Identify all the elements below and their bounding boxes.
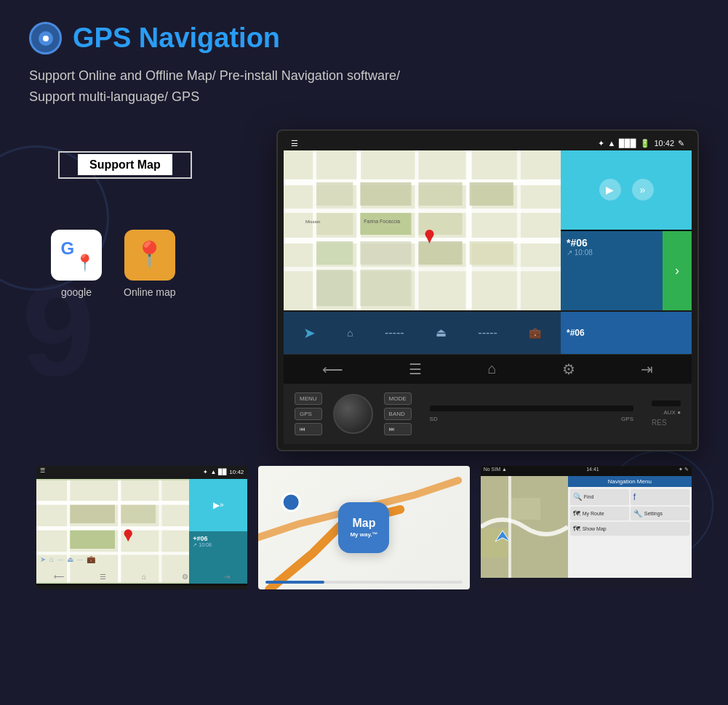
thumbnail-3[interactable]: No SIM ▲ 14:41 ✦ ✎ <box>481 466 692 589</box>
thumb3-find-label: Find <box>584 494 594 499</box>
home-icon[interactable]: ⌂ <box>347 327 353 339</box>
thumb3-showmap-item[interactable]: 🗺 Show Map <box>570 522 689 536</box>
forward-button[interactable]: » <box>632 179 654 201</box>
svg-rect-11 <box>360 182 411 205</box>
thumb1-menu-nav-icon: ☰ <box>100 573 106 581</box>
status-battery-icon: 🔋 <box>640 139 650 148</box>
svg-rect-12 <box>418 182 462 205</box>
map-app-icon[interactable]: Map My way.™ <box>338 502 389 553</box>
online-map-pin-icon: 📍 <box>133 240 166 270</box>
google-map-pin: 📍 <box>75 254 95 273</box>
gps-hw-button[interactable]: GPS <box>295 408 322 420</box>
thumb3-status-bar: No SIM ▲ 14:41 ✦ ✎ <box>481 466 692 476</box>
thumbnail-1[interactable]: ☰ ✦ ▲ ▉▉ 10:42 <box>36 466 247 589</box>
thumb1-dialer-time: ↗ 10:08 <box>193 542 244 548</box>
band-hw-button[interactable]: BAND <box>384 408 412 420</box>
next-hw-button[interactable]: ⏭ <box>384 423 412 435</box>
status-edit-icon: ✎ <box>678 139 684 148</box>
prev-hw-button[interactable]: ⏮ <box>295 423 322 435</box>
online-map-label: Online map <box>124 286 176 298</box>
music-icon[interactable]: ⏏ <box>436 326 447 339</box>
svg-rect-14 <box>316 213 353 235</box>
thumb1-wifi-icon: ▲ <box>210 469 216 475</box>
thumb3-map-view <box>481 476 568 578</box>
gps-icon <box>29 22 62 55</box>
map-svg: Farina Focaccia Mission <box>284 150 561 310</box>
status-code: *#06 <box>567 328 585 338</box>
thumb1-dashes2: --- <box>77 556 83 563</box>
page-content: GPS Navigation Support Online and Offlin… <box>0 0 728 611</box>
thumb1-dashes: --- <box>57 556 63 563</box>
dialer-time: ↗ 10:08 <box>567 249 657 257</box>
thumb1-dialer-code: +#06 <box>193 535 244 542</box>
eject-slot <box>652 400 681 406</box>
play-button[interactable]: ▶ <box>599 179 621 201</box>
device-hardware: MENU GPS ⏮ MODE BAND ⏭ SD GPS <box>284 384 692 444</box>
thumbnail-2[interactable]: Map My way.™ <box>258 466 469 589</box>
thumb3-menu-grid: 🔍 Find f 🗺 My Route 🔧 <box>568 487 692 538</box>
back-nav-icon[interactable]: ⟵ <box>322 360 343 378</box>
google-maps-label: google <box>61 286 92 298</box>
thumb1-forward-icon: » <box>220 501 224 509</box>
bag-icon[interactable]: 💼 <box>529 327 541 339</box>
svg-rect-34 <box>70 504 115 523</box>
thumb1-menu-icon: ☰ <box>40 467 45 478</box>
svg-rect-8 <box>466 150 472 310</box>
home-nav-icon[interactable]: ⌂ <box>487 360 496 378</box>
slot-labels: SD GPS <box>430 416 633 422</box>
google-maps-item[interactable]: G 📍 google <box>51 230 102 298</box>
exit-nav-icon[interactable]: ⇥ <box>641 360 653 378</box>
settings-nav-icon[interactable]: ⚙ <box>562 360 575 378</box>
thumb1-play-tile: ▶ » <box>189 479 247 531</box>
svg-text:Farina Focaccia: Farina Focaccia <box>364 219 400 224</box>
thumb1-bag-icon: 💼 <box>87 555 95 563</box>
card-slot-area: SD GPS <box>430 406 633 422</box>
thumb3-map-svg <box>481 476 568 578</box>
svg-rect-21 <box>316 270 353 306</box>
dialer-tile[interactable]: *#06 ↗ 10:08 › <box>561 231 692 310</box>
dash2-icon: ----- <box>478 326 497 339</box>
navigate-arrow-icon[interactable]: ➤ <box>303 324 316 342</box>
svg-rect-33 <box>159 480 161 582</box>
thumb3-map-icon: 🗺 <box>573 525 580 533</box>
online-map-item[interactable]: 📍 Online map <box>124 230 176 298</box>
status-tile: *#06 <box>561 312 692 354</box>
thumb1-exit-icon: ⇥ <box>224 573 230 581</box>
card-slot <box>430 406 633 411</box>
status-time: 10:42 <box>654 139 674 148</box>
gps-icon-inner <box>39 31 53 46</box>
status-signal-icon: ▉▉▉ <box>619 139 636 148</box>
status-bar-left: ☰ <box>291 139 298 148</box>
menu-hw-button[interactable]: MENU <box>295 392 322 405</box>
thumb3-find-item[interactable]: 🔍 Find <box>570 489 629 505</box>
svg-rect-10 <box>316 182 353 205</box>
dialer-code: *#06 <box>567 237 657 249</box>
media-tile[interactable]: ▶ » <box>561 150 692 230</box>
dash1-icon: ----- <box>385 326 404 339</box>
menu-nav-icon[interactable]: ☰ <box>409 360 422 378</box>
map-display[interactable]: Farina Focaccia Mission <box>284 150 561 310</box>
status-wifi-icon: ▲ <box>608 139 616 148</box>
thumbnails-row: ☰ ✦ ▲ ▉▉ 10:42 <box>29 466 699 589</box>
svg-rect-20 <box>470 241 513 265</box>
mode-hw-button[interactable]: MODE <box>384 392 412 405</box>
thumb3-myroute-item[interactable]: 🗺 My Route <box>570 507 629 520</box>
volume-knob[interactable] <box>333 394 373 434</box>
svg-rect-5 <box>313 150 316 310</box>
thumb1-status-icons: ✦ ▲ ▉▉ 10:42 <box>203 467 244 478</box>
tiles-panel: ▶ » *#06 ↗ 10:08 › <box>561 150 692 310</box>
sd-label: SD <box>430 416 438 422</box>
thumb3-find-icon: 🔍 <box>573 493 582 501</box>
nav-strip-row: ➤ ⌂ ----- ⏏ ----- 💼 *#06 <box>284 310 692 354</box>
thumb3-menu-title: Navigation Menu <box>568 476 692 487</box>
thumb1-settings-icon: ⚙ <box>182 573 188 581</box>
status-bar-right: ✦ ▲ ▉▉▉ 🔋 10:42 ✎ <box>598 139 684 148</box>
progress-bar-bg <box>265 581 462 584</box>
svg-rect-17 <box>316 241 353 265</box>
thumb3-time: 14:41 <box>586 467 599 475</box>
thumb3-settings-item[interactable]: 🔧 Settings <box>631 507 689 520</box>
right-buttons: MODE BAND ⏭ <box>384 392 412 435</box>
dialer-arrow-button[interactable]: › <box>663 231 692 310</box>
res-label: RES <box>652 419 681 427</box>
thumb2-content: Map My way.™ <box>258 466 469 589</box>
